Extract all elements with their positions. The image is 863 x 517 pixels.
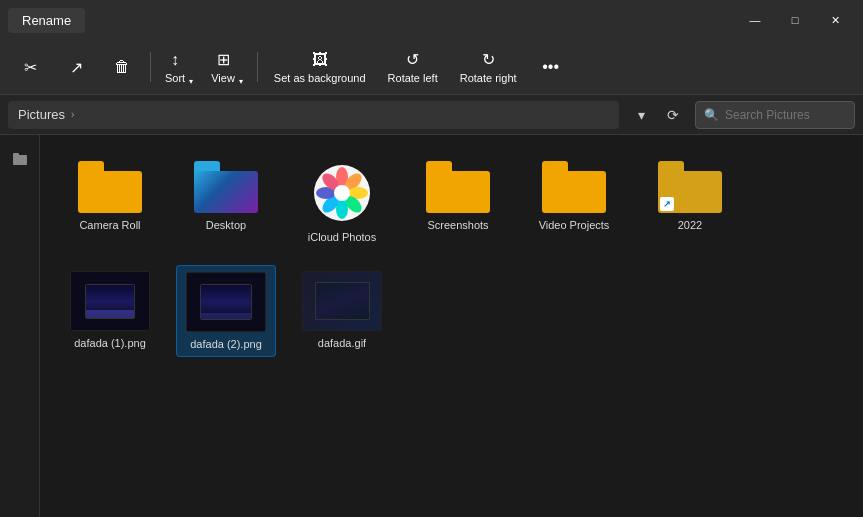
gif-preview — [303, 272, 381, 330]
shortcut-arrow-icon: ↗ — [660, 197, 674, 211]
search-input[interactable] — [725, 108, 846, 122]
maximize-button[interactable]: □ — [775, 5, 815, 35]
icloud-icon — [310, 161, 374, 225]
share-icon: ↗ — [70, 58, 83, 77]
view-inner: ⊞ View — [211, 50, 235, 84]
folder-body — [78, 171, 142, 213]
screen-bar-dafada-1 — [86, 310, 134, 318]
folder-icon-camera-roll — [78, 161, 142, 213]
screen-taskbar — [201, 313, 251, 319]
file-content: Camera Roll Desktop — [40, 135, 863, 517]
filename-desktop: Desktop — [206, 219, 246, 231]
file-item-video-projects[interactable]: Video Projects — [524, 155, 624, 249]
more-button[interactable]: ••• — [529, 44, 573, 90]
screen-glow-dafada-2 — [201, 285, 251, 319]
rotate-left-icon: ↺ — [406, 50, 419, 69]
folder-body-video-projects — [542, 171, 606, 213]
screen-inner-dafada-1 — [85, 284, 135, 319]
breadcrumb[interactable]: Pictures › — [8, 101, 619, 129]
filename-dafada-1: dafada (1).png — [74, 337, 146, 349]
breadcrumb-text: Pictures — [18, 107, 65, 122]
rotate-right-icon: ↻ — [482, 50, 495, 69]
set-background-icon: 🖼 — [312, 51, 328, 69]
file-item-dafada-2[interactable]: dafada (2).png — [176, 265, 276, 357]
gif-screen — [315, 282, 370, 320]
folder-icon-video-projects — [542, 161, 606, 213]
screen-inner-dafada-2 — [200, 284, 252, 320]
breadcrumb-chevron-icon: › — [71, 109, 74, 120]
sort-button[interactable]: ↕ Sort ▾ — [157, 44, 201, 90]
sort-label: Sort — [165, 72, 185, 84]
rotate-left-button[interactable]: ↺ Rotate left — [378, 44, 448, 90]
sidebar-item-1[interactable] — [4, 143, 36, 175]
window-controls: — □ ✕ — [735, 5, 855, 35]
file-item-2022[interactable]: ↗ 2022 — [640, 155, 740, 249]
view-label: View — [211, 72, 235, 84]
view-icon: ⊞ — [217, 50, 230, 69]
mini-screen-dafada-2 — [187, 273, 265, 331]
file-item-camera-roll[interactable]: Camera Roll — [60, 155, 160, 249]
more-icon: ••• — [542, 58, 559, 76]
sort-inner: ↕ Sort — [165, 51, 185, 84]
view-button[interactable]: ⊞ View ▾ — [203, 44, 251, 90]
share-button[interactable]: ↗ — [54, 44, 98, 90]
set-background-button[interactable]: 🖼 Set as background — [264, 44, 376, 90]
sidebar-strip — [0, 135, 40, 517]
view-chevron-icon: ▾ — [239, 77, 243, 86]
rotate-right-label: Rotate right — [460, 72, 517, 84]
toolbar: ✂ ↗ 🗑 ↕ Sort ▾ ⊞ View ▾ 🖼 Set as backgro… — [0, 40, 863, 95]
dropdown-button[interactable]: ▾ — [627, 101, 655, 129]
search-icon: 🔍 — [704, 108, 719, 122]
filename-dafada-2: dafada (2).png — [190, 338, 262, 350]
thumb-dafada-gif — [302, 271, 382, 331]
address-bar-icons: ▾ ⟳ — [627, 101, 687, 129]
file-item-screenshots[interactable]: Screenshots — [408, 155, 508, 249]
filename-icloud: iCloud Photos — [308, 231, 377, 243]
minimize-button[interactable]: — — [735, 5, 775, 35]
search-box[interactable]: 🔍 — [695, 101, 855, 129]
filename-2022: 2022 — [678, 219, 702, 231]
separator-1 — [150, 52, 151, 82]
sort-chevron-icon: ▾ — [189, 77, 193, 86]
file-item-dafada-gif[interactable]: dafada.gif — [292, 265, 392, 357]
title-bar: Rename — □ ✕ — [0, 0, 863, 40]
rename-button[interactable]: Rename — [8, 8, 85, 33]
file-item-icloud[interactable]: iCloud Photos — [292, 155, 392, 249]
thumb-dafada-1 — [70, 271, 150, 331]
delete-button[interactable]: 🗑 — [100, 44, 144, 90]
folder-icon-desktop — [194, 161, 258, 213]
filename-dafada-gif: dafada.gif — [318, 337, 366, 349]
set-background-label: Set as background — [274, 72, 366, 84]
sort-icon: ↕ — [171, 51, 179, 69]
folder-icon-screenshots — [426, 161, 490, 213]
folder-icon-2022: ↗ — [658, 161, 722, 213]
thumb-dafada-2 — [186, 272, 266, 332]
filename-video-projects: Video Projects — [539, 219, 610, 231]
filename-camera-roll: Camera Roll — [79, 219, 140, 231]
delete-icon: 🗑 — [114, 58, 130, 76]
address-bar: Pictures › ▾ ⟳ 🔍 — [0, 95, 863, 135]
mini-screen-dafada-1 — [71, 272, 149, 330]
file-item-desktop[interactable]: Desktop — [176, 155, 276, 249]
rotate-left-label: Rotate left — [388, 72, 438, 84]
svg-rect-1 — [13, 153, 19, 157]
folder-body-screenshots — [426, 171, 490, 213]
cut-icon: ✂ — [24, 58, 37, 77]
separator-2 — [257, 52, 258, 82]
folder-body-desktop — [194, 171, 258, 213]
cut-button[interactable]: ✂ — [8, 44, 52, 90]
main-area: Camera Roll Desktop — [0, 135, 863, 517]
screen-glow-dafada-1 — [86, 285, 134, 318]
filename-screenshots: Screenshots — [427, 219, 488, 231]
refresh-button[interactable]: ⟳ — [659, 101, 687, 129]
close-button[interactable]: ✕ — [815, 5, 855, 35]
rotate-right-button[interactable]: ↻ Rotate right — [450, 44, 527, 90]
title-bar-left: Rename — [8, 8, 85, 33]
file-item-dafada-1[interactable]: dafada (1).png — [60, 265, 160, 357]
svg-point-11 — [334, 185, 350, 201]
